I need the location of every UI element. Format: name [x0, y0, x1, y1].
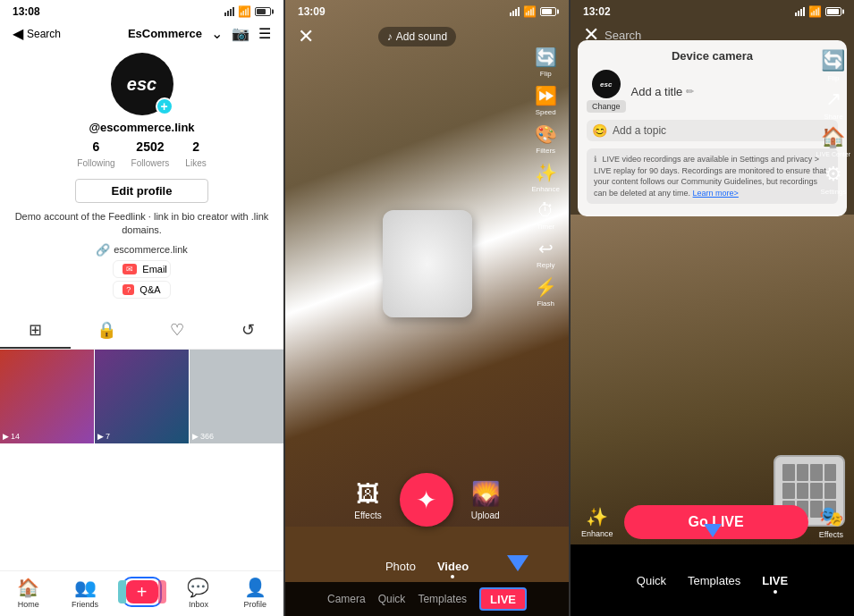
templates-tab-3[interactable]: Templates [686, 570, 742, 597]
effects-button[interactable]: 🖼 Effects [354, 480, 381, 520]
qa-social-item[interactable]: ? Q&A [113, 281, 170, 299]
add-topic-row[interactable]: 😊 Add a topic [587, 120, 838, 141]
capture-controls: 🖼 Effects ✦ 🌄 Upload [285, 473, 569, 527]
upload-button[interactable]: 🌄 Upload [471, 480, 500, 520]
signal-icon [224, 7, 234, 16]
close-button[interactable]: ✕ [298, 25, 314, 48]
nav-inbox[interactable]: 💬 Inbox [170, 577, 226, 609]
followers-stat[interactable]: 2502 Followers [131, 139, 170, 170]
learn-more-link[interactable]: Learn more> [693, 189, 739, 198]
time-3: 13:02 [583, 5, 611, 18]
enhance-label-3: Enhance [581, 529, 613, 538]
add-title-row[interactable]: Add a title ✏ [631, 85, 838, 98]
nav-profile[interactable]: 👤 Profile [227, 577, 283, 609]
reply-tool[interactable]: ↩ Reply [529, 236, 562, 271]
profile-label: Profile [244, 600, 267, 609]
live-tab-3[interactable]: LIVE [760, 570, 790, 597]
camera-tab[interactable]: Camera [327, 593, 366, 605]
following-count: 6 [77, 139, 114, 154]
photo-tab[interactable]: Photo [384, 556, 418, 582]
airpods-image [383, 210, 472, 317]
enhance-tool[interactable]: ✨ Enhance [529, 160, 562, 195]
quick-tab[interactable]: Quick [378, 593, 406, 605]
live-label: LIVE [490, 593, 516, 606]
time-1: 13:08 [13, 5, 40, 18]
share-tool[interactable]: ↗ Share [816, 88, 850, 121]
email-social-item[interactable]: ✉ Email [113, 260, 170, 278]
info-box: ℹ LIVE video recordings are available in… [587, 148, 838, 204]
live-tab[interactable]: LIVE [479, 587, 527, 611]
thumb-2[interactable]: ▶ 7 [95, 350, 189, 443]
reply-icon: ↩ [538, 238, 554, 259]
thumb-3[interactable]: ▶ 366 [190, 350, 283, 443]
followers-label: Followers [131, 158, 170, 168]
bottom-bar-3: Quick Templates LIVE [571, 544, 854, 616]
nav-home[interactable]: 🏠 Home [0, 577, 56, 609]
profile-panel: 13:08 📶 ◀ Search EsCommerce ⌄ 📷 ☰ esc + … [0, 0, 283, 616]
add-sound-button[interactable]: ♪ Add sound [378, 27, 456, 46]
enhance-icon-3: ✨ [586, 506, 608, 527]
enhance-button[interactable]: ✨ Enhance [581, 506, 613, 538]
add-button[interactable]: + [126, 580, 158, 603]
settings-label: Settings [820, 188, 846, 196]
link-text[interactable]: escommerce.link [114, 244, 188, 255]
likes-stat[interactable]: 2 Likes [185, 139, 206, 170]
tab-lock[interactable]: 🔒 [71, 313, 141, 349]
following-stat[interactable]: 6 Following [77, 139, 114, 170]
thumb-1[interactable]: ▶ 14 [0, 350, 94, 443]
nav-friends[interactable]: 👥 Friends [56, 577, 113, 609]
speed-label: Speed [536, 108, 556, 116]
wifi-icon: 📶 [238, 5, 251, 18]
enhance-label: Enhance [531, 185, 560, 193]
edit-profile-button[interactable]: Edit profile [75, 179, 209, 203]
following-label: Following [77, 158, 114, 168]
link-icon: 🔗 [96, 243, 110, 257]
flip-label: Flip [540, 70, 552, 78]
timer-tool[interactable]: ⏱ Timer [529, 198, 562, 232]
flash-tool[interactable]: ⚡ Flash [529, 274, 562, 309]
effects-icon-3: 🎭 [819, 505, 843, 528]
add-wrapper[interactable]: + [114, 577, 170, 609]
avatar-wrap: esc + [111, 53, 173, 115]
right-tools-3: 🔄 Flip ↗ Share 🏠 LIVE Center ⚙ Settings [816, 49, 850, 196]
filters-tool[interactable]: 🎨 Filters [529, 122, 562, 156]
flip-tool-3[interactable]: 🔄 Flip [816, 49, 850, 82]
inbox-label: Inbox [189, 600, 208, 609]
ac-cell [824, 483, 837, 500]
battery-icon [255, 7, 271, 16]
status-icons-1: 📶 [224, 5, 271, 18]
live-center-tool[interactable]: 🏠 LIVE Center [816, 126, 850, 157]
media-row: 🖼 Effects ✦ 🌄 Upload [354, 473, 499, 527]
bottom-bar-2: Camera Quick Templates LIVE [285, 582, 569, 616]
add-avatar-button[interactable]: + [156, 97, 173, 115]
logo-column: esc Change [587, 70, 626, 113]
thumb-1-count: ▶ 14 [3, 432, 20, 441]
capture-button[interactable]: ✦ [400, 473, 453, 527]
tab-repost[interactable]: ↺ [213, 313, 283, 349]
music-icon: ♪ [387, 30, 393, 43]
qa-icon: ? [123, 284, 134, 295]
ac-cell [797, 483, 809, 500]
effects-label: Effects [354, 511, 381, 520]
flip-tool[interactable]: 🔄 Flip [529, 45, 562, 80]
likes-label: Likes [185, 158, 206, 168]
header-left: ◀ Search [13, 25, 61, 42]
menu-icon[interactable]: ☰ [258, 25, 271, 42]
qa-label: Q&A [140, 284, 160, 295]
upload-label: Upload [471, 511, 500, 520]
search-label[interactable]: Search [27, 28, 61, 40]
camera-icon[interactable]: 📷 [232, 25, 249, 42]
tab-liked[interactable]: ♡ [142, 313, 213, 349]
live-center-label: LIVE Center [816, 151, 850, 157]
tab-grid[interactable]: ⊞ [0, 313, 71, 349]
settings-tool[interactable]: ⚙ Settings [816, 163, 850, 196]
effects-button-3[interactable]: 🎭 Effects [819, 505, 843, 539]
back-arrow-icon: ◀ [13, 25, 23, 42]
change-button[interactable]: Change [587, 100, 626, 113]
reply-label: Reply [537, 261, 554, 269]
templates-tab[interactable]: Templates [418, 593, 467, 605]
speed-tool[interactable]: ⏩ Speed [529, 83, 562, 118]
time-2: 13:09 [298, 5, 326, 18]
video-tab[interactable]: Video [435, 556, 470, 582]
quick-tab-3[interactable]: Quick [635, 570, 668, 597]
